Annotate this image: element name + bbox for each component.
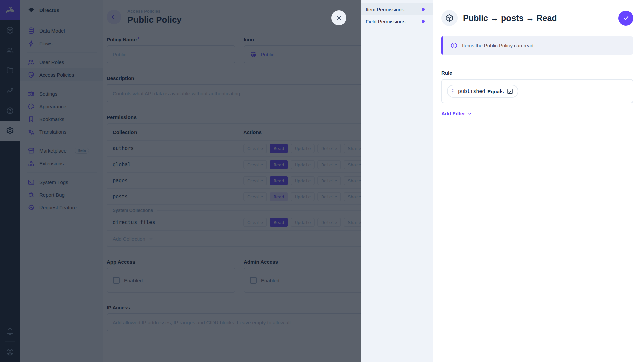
drawer-title: Public → posts → Read xyxy=(463,13,557,23)
drawer-header: Public → posts → Read xyxy=(441,10,633,26)
info-banner-text: Items the Public Policy can read. xyxy=(462,43,535,48)
filter-chip[interactable]: published Equals xyxy=(447,85,518,98)
box-icon xyxy=(445,14,454,22)
drawer-tab-label: Field Permissions xyxy=(366,19,405,24)
rule-box: published Equals xyxy=(441,79,633,103)
rule-label: Rule xyxy=(441,70,633,76)
permission-drawer: Public → posts → Read Items the Public P… xyxy=(433,0,644,362)
drawer-tab-field-permissions[interactable]: Field Permissions xyxy=(361,15,433,27)
info-banner: Items the Public Policy can read. xyxy=(441,36,633,55)
drawer-close-button[interactable] xyxy=(331,10,346,25)
drawer-tab-label: Item Permissions xyxy=(366,7,404,12)
close-icon xyxy=(336,15,342,21)
drag-handle-icon[interactable] xyxy=(450,88,456,94)
drawer-tab-item-permissions[interactable]: Item Permissions xyxy=(361,3,433,15)
permission-dot-icon xyxy=(422,8,425,11)
filter-operator[interactable]: Equals xyxy=(487,88,504,94)
save-button[interactable] xyxy=(618,11,633,26)
chevron-down-icon xyxy=(467,111,472,116)
drawer-side-nav: Item PermissionsField Permissions xyxy=(361,0,433,362)
drawer-header-icon-circle xyxy=(441,10,458,26)
add-filter-button[interactable]: Add Filter xyxy=(441,111,472,116)
filter-value-checkbox-icon[interactable] xyxy=(507,88,513,95)
permission-dot-icon xyxy=(422,20,425,23)
info-icon xyxy=(450,42,458,49)
check-icon xyxy=(622,14,630,22)
filter-field-name[interactable]: published xyxy=(458,88,485,94)
